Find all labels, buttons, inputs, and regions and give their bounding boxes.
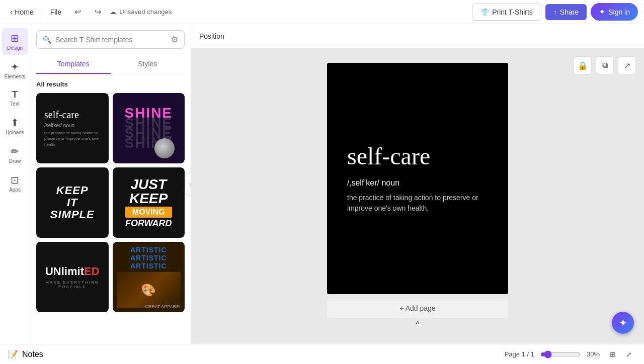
- more-button[interactable]: ↗: [618, 56, 636, 74]
- notes-button[interactable]: 📝 Notes: [8, 349, 43, 359]
- tmpl-just-line2: KEEP: [125, 192, 172, 206]
- add-page-button[interactable]: + Add page: [327, 298, 508, 318]
- fullscreen-icon: ⤢: [626, 350, 632, 358]
- magic-icon: ✦: [619, 317, 627, 329]
- bottom-bar-right: Page 1 / 1 30% ⊞ ⤢: [505, 347, 636, 361]
- canvas-wrapper[interactable]: 🔒 ⧉ ↗ self-care /ˌselfˈker/ noun the pra…: [191, 48, 644, 344]
- magic-ai-button[interactable]: ✦: [612, 312, 634, 334]
- search-icon: 🔍: [43, 36, 51, 44]
- template-card-shine[interactable]: SHINE SHINE SHINE SHINE: [113, 93, 185, 163]
- duplicate-icon: ⧉: [602, 61, 608, 70]
- uploads-icon: ⬆: [11, 117, 19, 129]
- sidebar-item-elements[interactable]: ✦ Elements: [2, 57, 28, 83]
- tab-templates[interactable]: Templates: [36, 55, 111, 74]
- grid-view-icon: ⊞: [610, 350, 616, 358]
- sidebar-item-label-elements: Elements: [5, 74, 26, 79]
- sidebar-item-label-text: Text: [10, 101, 19, 107]
- template-card-artistic[interactable]: ARTISTICARTISTICARTISTIC 🎨 GREAT APPAREL: [113, 242, 185, 312]
- tmpl-selfcare-title: self-care: [44, 109, 101, 121]
- canvas-design-title: self-care: [347, 143, 488, 170]
- file-label: File: [50, 8, 62, 16]
- section-title: All results: [36, 80, 185, 88]
- text-icon: T: [12, 89, 18, 100]
- cloud-icon: ☁: [110, 8, 116, 16]
- print-tshirts-button[interactable]: 👕 Print T-Shirts: [472, 4, 541, 21]
- share-icon: ↑: [553, 8, 557, 16]
- chevron-up-icon: ^: [416, 320, 420, 329]
- share-button[interactable]: ↑ Share: [545, 4, 587, 20]
- tab-styles[interactable]: Styles: [111, 55, 185, 74]
- sidebar-icons: ⊞ Design ✦ Elements T Text ⬆ Uploads ✏ D…: [0, 24, 30, 344]
- zoom-range-input[interactable]: [540, 350, 581, 358]
- tmpl-selfcare-desc: the practice of taking action to preserv…: [44, 130, 101, 147]
- divider: [42, 6, 42, 18]
- design-canvas[interactable]: self-care /ˌselfˈker/ noun the practice …: [327, 63, 508, 294]
- zoom-level: 30%: [587, 350, 600, 358]
- signin-button[interactable]: ✦ Sign in: [591, 3, 638, 21]
- elements-icon: ✦: [11, 61, 19, 73]
- template-card-keep[interactable]: KEEPITSIMPLE: [36, 167, 109, 238]
- sidebar-item-label-uploads: Uploads: [6, 130, 24, 135]
- search-input-wrapper[interactable]: 🔍 ⚙: [36, 30, 185, 49]
- page-indicator: Page 1 / 1: [505, 350, 534, 358]
- undo-button[interactable]: ↩: [69, 4, 86, 20]
- tmpl-shine-moon: [154, 138, 175, 158]
- tmpl-keep-text: KEEPITSIMPLE: [50, 185, 95, 221]
- tabs: Templates Styles: [36, 55, 185, 74]
- template-card-selfcare[interactable]: self-care /selfker/ noun the practice of…: [36, 93, 109, 163]
- canvas-toolbar: Position: [191, 24, 644, 48]
- canvas-design-phonetic: /ˌselfˈker/ noun: [347, 178, 488, 188]
- home-label: Home: [15, 8, 33, 16]
- draw-icon: ✏: [11, 145, 19, 157]
- sidebar-item-label-apps: Apps: [9, 187, 21, 193]
- sidebar-item-design[interactable]: ⊞ Design: [2, 28, 28, 55]
- design-icon: ⊞: [11, 32, 19, 44]
- tab-templates-label: Templates: [57, 60, 90, 68]
- tab-styles-label: Styles: [138, 60, 157, 68]
- view-buttons: ⊞ ⤢: [606, 347, 636, 361]
- duplicate-button[interactable]: ⧉: [596, 56, 614, 74]
- sidebar-item-label-draw: Draw: [9, 158, 21, 164]
- template-card-just[interactable]: JUST KEEP MOVING FORWARD: [113, 167, 185, 238]
- tmpl-just-line1: JUST: [125, 177, 172, 192]
- hide-panel-button[interactable]: ›: [185, 172, 191, 196]
- sidebar-item-text[interactable]: T Text: [2, 85, 28, 111]
- apps-icon: ⊡: [11, 174, 19, 186]
- redo-icon: ↪: [95, 7, 101, 17]
- back-home-button[interactable]: ‹ Home: [6, 6, 38, 19]
- notes-label: Notes: [22, 350, 43, 359]
- share-label: Share: [560, 8, 579, 16]
- search-bar: 🔍 ⚙: [30, 24, 191, 55]
- fullscreen-button[interactable]: ⤢: [622, 347, 636, 361]
- search-input[interactable]: [55, 36, 167, 44]
- canvas-design-desc: the practice of taking action to preserv…: [347, 193, 488, 214]
- zoom-slider: [540, 350, 581, 358]
- templates-panel: 🔍 ⚙ Templates Styles All results self-ca…: [30, 24, 191, 344]
- bottom-bar: 📝 Notes Page 1 / 1 30% ⊞ ⤢: [0, 344, 644, 364]
- redo-button[interactable]: ↪: [90, 4, 106, 20]
- grid-view-button[interactable]: ⊞: [606, 347, 620, 361]
- lock-icon: 🔒: [578, 61, 588, 70]
- template-card-unlimited[interactable]: UNlimitED MAKE EVERYTHING POSSIBLE: [36, 242, 109, 312]
- sidebar-item-apps[interactable]: ⊡ Apps: [2, 170, 28, 197]
- file-menu[interactable]: File: [46, 6, 66, 18]
- signin-label: Sign in: [608, 8, 630, 16]
- notes-icon: 📝: [8, 349, 18, 359]
- tmpl-selfcare-phonetic: /selfker/ noun: [44, 123, 101, 128]
- tmpl-artistic-bottom: GREAT APPAREL: [145, 304, 182, 309]
- sidebar-item-draw[interactable]: ✏ Draw: [2, 141, 28, 168]
- canvas-column: self-care /ˌselfˈker/ noun the practice …: [327, 63, 508, 329]
- lock-button[interactable]: 🔒: [574, 56, 592, 74]
- tmpl-artistic-label: ARTISTICARTISTICARTISTIC: [130, 246, 167, 270]
- sidebar-item-uploads[interactable]: ⬆ Uploads: [2, 113, 28, 139]
- templates-content: All results self-care /selfker/ noun the…: [30, 74, 191, 344]
- unsaved-status: ☁ Unsaved changes: [110, 8, 172, 16]
- canvas-actions: 🔒 ⧉ ↗: [574, 56, 636, 74]
- more-icon: ↗: [624, 61, 630, 70]
- page-up-arrow[interactable]: ^: [416, 320, 420, 329]
- unsaved-label: Unsaved changes: [119, 8, 172, 16]
- tmpl-unlimited-text: UNlimitED: [36, 265, 109, 278]
- filter-icon[interactable]: ⚙: [171, 35, 178, 44]
- topbar: ‹ Home File ↩ ↪ ☁ Unsaved changes 👕 Prin…: [0, 0, 644, 24]
- print-label: Print T-Shirts: [492, 8, 533, 16]
